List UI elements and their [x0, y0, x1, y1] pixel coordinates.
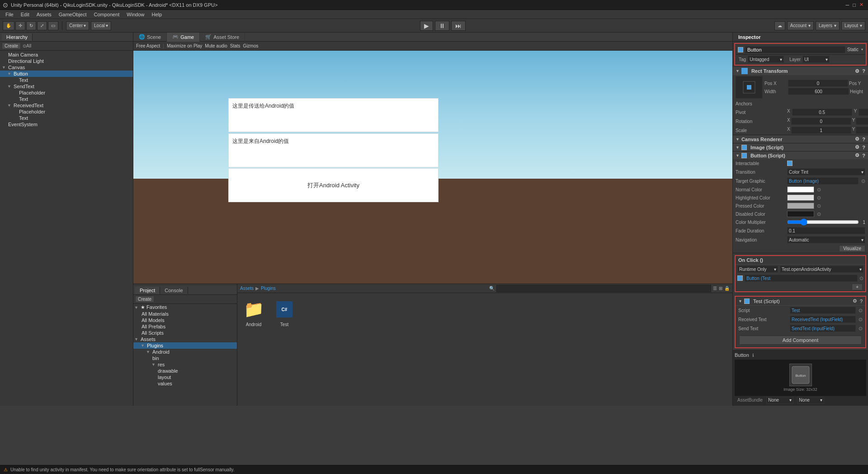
color-multiplier-slider[interactable]	[787, 219, 859, 225]
rect-widget[interactable]	[736, 76, 763, 99]
tree-item-android[interactable]: ▼ Android	[133, 349, 237, 355]
tree-item-placeholder-2[interactable]: Placeholder	[0, 109, 133, 115]
canvas-renderer-header[interactable]: ▼ Canvas Renderer ⚙ ?	[733, 135, 868, 143]
hand-tool[interactable]: ✋	[3, 21, 14, 30]
tree-item-all-scripts[interactable]: All Scripts	[133, 330, 237, 336]
pivot-btn[interactable]: Center ▾	[66, 21, 89, 30]
tree-item-bin[interactable]: bin	[133, 355, 237, 361]
script-pick-icon[interactable]: ⊙	[859, 308, 863, 313]
navigation-dropdown[interactable]: Automatic ▾	[787, 236, 865, 243]
static-dropdown-arrow[interactable]: ▾	[861, 47, 863, 52]
onclick-obj-pick-icon[interactable]: ⊙	[859, 275, 863, 281]
disabled-color-pick-icon[interactable]: ⊙	[817, 211, 821, 217]
function-dropdown[interactable]: Test.openAndroidActivity ▾	[780, 265, 863, 273]
test-help-icon[interactable]: ?	[860, 299, 863, 304]
tree-item-placeholder-1[interactable]: Placeholder	[0, 90, 133, 96]
menu-assets[interactable]: Assets	[33, 12, 55, 17]
button-menu-icon[interactable]: ⚙	[855, 152, 859, 158]
add-component-btn[interactable]: Add Component	[739, 336, 862, 345]
pivot-x-input[interactable]	[792, 109, 852, 116]
tree-item-assets[interactable]: ▼ Assets	[133, 336, 237, 342]
image-script-header[interactable]: ▼ Image (Script) ⚙ ?	[733, 143, 868, 151]
tree-item-all-prefabs[interactable]: All Prefabs	[133, 323, 237, 330]
inspector-tab[interactable]: Inspector	[735, 34, 764, 40]
hierarchy-create-btn[interactable]: Create	[2, 43, 21, 49]
tree-item-sendtext[interactable]: ▼ SendText	[0, 83, 133, 90]
tree-item-all-models[interactable]: All Models	[133, 317, 237, 323]
console-tab[interactable]: Console	[160, 287, 188, 294]
pause-button[interactable]: ⏸	[435, 21, 449, 31]
canvas-renderer-menu-icon[interactable]: ⚙	[855, 136, 859, 142]
test-menu-icon[interactable]: ⚙	[853, 298, 857, 304]
menu-gameobject[interactable]: GameObject	[55, 12, 90, 17]
pivot-y-input[interactable]	[859, 109, 868, 116]
test-enabled-checkbox[interactable]	[744, 299, 750, 304]
project-view-toggle[interactable]: ☰	[713, 286, 717, 291]
menu-window[interactable]: Window	[123, 12, 148, 17]
assetbundle-dropdown-1[interactable]: None ▾	[766, 397, 793, 404]
tree-item-receivedtext[interactable]: ▼ ReceivedText	[0, 102, 133, 109]
close-btn[interactable]: ✕	[859, 2, 863, 8]
tree-item-directional-light[interactable]: Directional Light	[0, 58, 133, 64]
normal-color-swatch[interactable]	[787, 186, 814, 193]
onclick-obj-ref[interactable]: Button (Test	[745, 275, 858, 282]
disabled-color-swatch[interactable]	[787, 211, 814, 217]
menu-component[interactable]: Component	[90, 12, 123, 17]
target-graphic-input[interactable]: Button (Image)	[787, 177, 859, 185]
menu-file[interactable]: File	[2, 12, 17, 17]
interactable-checkbox[interactable]	[787, 161, 793, 166]
maximize-on-play-btn[interactable]: Maximize on Play	[167, 43, 202, 48]
game-android-button[interactable]: 打开Android Activity	[228, 168, 439, 202]
onclick-obj-checkbox[interactable]	[737, 275, 743, 281]
scale-y-input[interactable]	[856, 127, 868, 134]
aspect-dropdown[interactable]: Free Aspect	[136, 43, 160, 48]
normal-color-pick-icon[interactable]: ⊙	[817, 187, 821, 193]
highlighted-color-pick-icon[interactable]: ⊙	[817, 195, 821, 201]
play-button[interactable]: ▶	[420, 21, 433, 31]
fade-duration-input[interactable]	[787, 227, 865, 234]
rot-y-input[interactable]	[856, 118, 868, 125]
button-script-header[interactable]: ▼ Button (Script) ⚙ ?	[733, 152, 868, 159]
project-create-btn[interactable]: Create	[135, 296, 154, 303]
visualize-btn[interactable]: Visualize	[839, 245, 865, 252]
tree-item-canvas[interactable]: ▼ Canvas	[0, 64, 133, 71]
tree-item-values[interactable]: values	[133, 380, 237, 387]
pressed-color-pick-icon[interactable]: ⊙	[817, 203, 821, 209]
image-enabled-checkbox[interactable]	[741, 145, 747, 150]
tree-item-text-2[interactable]: Text	[0, 96, 133, 102]
assetbundle-dropdown-2[interactable]: None ▾	[797, 397, 824, 404]
project-search-input[interactable]	[496, 285, 711, 292]
target-graphic-pick-icon[interactable]: ⊙	[861, 178, 865, 184]
project-tab[interactable]: Project	[135, 287, 160, 294]
asset-test[interactable]: C# Test	[272, 297, 297, 329]
highlighted-color-swatch[interactable]	[787, 194, 814, 201]
button-enabled-checkbox[interactable]	[741, 153, 747, 158]
breadcrumb-assets[interactable]: Assets	[240, 286, 254, 291]
component-enabled-checkbox[interactable]	[738, 47, 743, 52]
width-input[interactable]	[788, 88, 849, 95]
project-size-slider[interactable]: ⊞	[719, 286, 722, 291]
step-button[interactable]: ⏭	[451, 21, 466, 31]
tree-item-res[interactable]: ▼ res	[133, 361, 237, 368]
component-name-input[interactable]	[745, 46, 845, 53]
layers-dropdown[interactable]: Layers ▾	[816, 21, 840, 30]
transition-dropdown[interactable]: Color Tint ▾	[787, 168, 865, 175]
runtime-dropdown[interactable]: Runtime Only ▾	[737, 265, 778, 273]
breadcrumb-plugins[interactable]: Plugins	[261, 286, 276, 291]
account-dropdown[interactable]: Account ▾	[787, 21, 814, 30]
image-menu-icon[interactable]: ⚙	[855, 144, 859, 150]
menu-edit[interactable]: Edit	[17, 12, 33, 17]
layout-dropdown[interactable]: Layout ▾	[841, 21, 865, 30]
rect-transform-header[interactable]: ▼ Rect Transform ⚙ ?	[733, 67, 868, 75]
test-script-header[interactable]: ▼ Test (Script) ⚙ ?	[736, 297, 865, 306]
rot-x-input[interactable]	[791, 118, 851, 125]
minimize-btn[interactable]: ─	[846, 2, 849, 8]
tree-item-plugins[interactable]: ▼ Plugins	[133, 342, 237, 349]
scale-x-input[interactable]	[791, 127, 851, 134]
tree-item-layout[interactable]: layout	[133, 374, 237, 380]
tree-item-text-3[interactable]: Text	[0, 115, 133, 121]
stats-btn[interactable]: Stats	[230, 43, 241, 48]
tree-item-all-materials[interactable]: All Materials	[133, 311, 237, 317]
mute-audio-btn[interactable]: Mute audio	[205, 43, 227, 48]
menu-help[interactable]: Help	[148, 12, 165, 17]
